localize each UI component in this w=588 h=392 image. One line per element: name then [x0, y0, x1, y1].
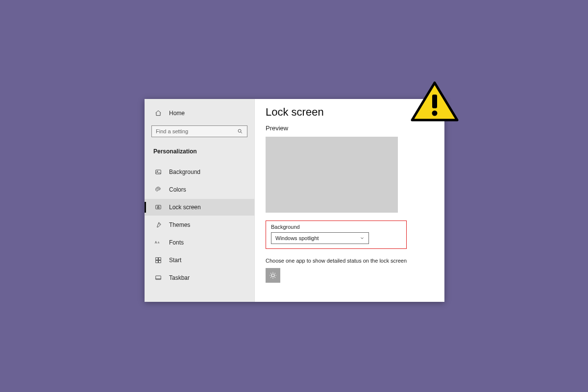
settings-window: Home Find a setting Personalization Back…: [145, 99, 444, 302]
svg-rect-11: [156, 258, 158, 260]
highlight-annotation: Background Windows spotlight: [266, 220, 407, 249]
svg-line-23: [275, 277, 275, 278]
sidebar-item-label: Colors: [169, 186, 186, 193]
svg-point-17: [271, 274, 274, 277]
main-content: Lock screen Preview Background Windows s…: [255, 99, 444, 302]
warning-icon: [410, 80, 459, 123]
sidebar-item-lock-screen[interactable]: Lock screen: [145, 199, 254, 216]
svg-point-6: [159, 189, 159, 189]
page-title: Lock screen: [266, 106, 431, 119]
lock-screen-icon: [154, 203, 162, 211]
weather-icon: [269, 271, 277, 280]
svg-line-22: [270, 273, 271, 273]
svg-point-4: [157, 189, 157, 189]
sidebar-item-label: Start: [169, 257, 181, 264]
start-icon: [154, 256, 162, 264]
lock-screen-preview: [266, 137, 398, 213]
sidebar-item-label: Themes: [169, 221, 190, 228]
sidebar-item-colors[interactable]: Colors: [145, 181, 254, 198]
sidebar-item-label: Background: [169, 169, 200, 175]
svg-line-24: [270, 277, 271, 278]
search-placeholder: Find a setting: [156, 128, 237, 134]
taskbar-icon: [154, 274, 162, 282]
svg-text:A: A: [155, 241, 157, 244]
svg-line-1: [241, 132, 242, 133]
status-app-tile[interactable]: [266, 268, 280, 283]
colors-icon: [154, 186, 162, 194]
background-icon: [154, 168, 162, 176]
svg-rect-27: [432, 95, 437, 108]
svg-point-5: [158, 188, 158, 189]
search-icon: [237, 128, 243, 134]
svg-rect-12: [159, 258, 161, 260]
home-nav[interactable]: Home: [145, 107, 254, 120]
sidebar-item-label: Taskbar: [169, 274, 190, 281]
sidebar-item-label: Lock screen: [169, 204, 201, 211]
svg-rect-14: [159, 261, 161, 263]
status-app-label: Choose one app to show detailed status o…: [266, 258, 431, 264]
svg-point-0: [238, 129, 241, 132]
fonts-icon: AA: [154, 239, 162, 246]
home-label: Home: [169, 110, 185, 117]
svg-rect-15: [156, 276, 161, 280]
sidebar-item-background[interactable]: Background: [145, 164, 254, 180]
section-title: Personalization: [145, 145, 254, 164]
svg-rect-8: [157, 207, 159, 208]
home-icon: [154, 109, 162, 117]
background-dropdown[interactable]: Windows spotlight: [271, 232, 369, 244]
sidebar-item-label: Fonts: [169, 239, 184, 246]
sidebar: Home Find a setting Personalization Back…: [145, 99, 255, 302]
background-label: Background: [271, 224, 389, 230]
dropdown-value: Windows spotlight: [275, 235, 319, 241]
sidebar-item-start[interactable]: Start: [145, 252, 254, 269]
preview-label: Preview: [266, 124, 431, 132]
themes-icon: [154, 221, 162, 229]
search-input[interactable]: Find a setting: [151, 125, 247, 137]
svg-point-28: [432, 111, 438, 116]
svg-rect-2: [156, 170, 161, 174]
sidebar-item-taskbar[interactable]: Taskbar: [145, 270, 254, 286]
sidebar-item-fonts[interactable]: AA Fonts: [145, 234, 254, 251]
svg-rect-13: [156, 261, 158, 263]
sidebar-item-themes[interactable]: Themes: [145, 217, 254, 233]
chevron-down-icon: [360, 236, 365, 241]
svg-text:A: A: [158, 241, 160, 244]
svg-line-25: [275, 273, 275, 273]
